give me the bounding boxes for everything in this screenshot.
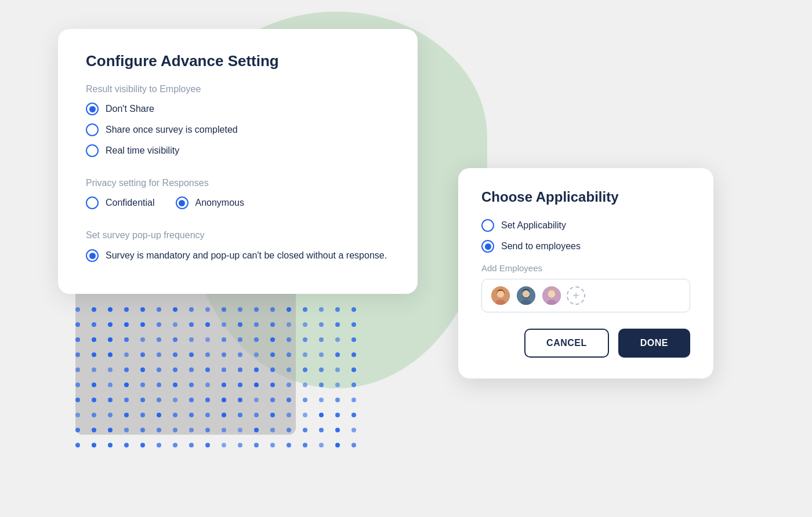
radio-real-time[interactable]: Real time visibility xyxy=(86,144,390,157)
radio-label-set-applicability: Set Applicability xyxy=(501,220,566,231)
svg-point-1 xyxy=(497,290,504,297)
applicability-radio-group: Set Applicability Send to employees xyxy=(481,219,690,253)
radio-mandatory[interactable]: Survey is mandatory and pop-up can't be … xyxy=(86,249,390,263)
radio-circle-mandatory xyxy=(86,249,99,262)
configure-card-title: Configure Advance Setting xyxy=(86,52,390,70)
radio-share-once[interactable]: Share once survey is completed xyxy=(86,123,390,136)
avatar-employee-3 xyxy=(541,285,562,306)
result-visibility-radio-group: Don't Share Share once survey is complet… xyxy=(86,103,390,157)
plus-icon: + xyxy=(572,289,579,303)
add-employee-button[interactable]: + xyxy=(567,286,585,305)
scene: Configure Advance Setting Result visibil… xyxy=(0,0,812,517)
radio-label-mandatory: Survey is mandatory and pop-up can't be … xyxy=(106,249,387,263)
result-visibility-label: Result visibility to Employee xyxy=(86,84,390,94)
avatar-employee-1 xyxy=(490,285,511,306)
radio-circle-dont-share xyxy=(86,103,99,115)
radio-send-employees[interactable]: Send to employees xyxy=(481,240,690,253)
dot-grid xyxy=(70,301,383,452)
radio-label-dont-share: Don't Share xyxy=(106,104,154,114)
configure-advance-setting-card: Configure Advance Setting Result visibil… xyxy=(58,29,418,294)
radio-circle-anonymous xyxy=(176,196,188,209)
radio-confidential[interactable]: Confidential xyxy=(86,196,155,209)
radio-label-real-time: Real time visibility xyxy=(106,145,179,156)
radio-label-anonymous: Anonymous xyxy=(195,198,245,208)
radio-label-send-employees: Send to employees xyxy=(501,241,581,252)
radio-label-confidential: Confidential xyxy=(106,198,155,208)
done-button[interactable]: DONE xyxy=(618,329,690,358)
avatar-employee-2 xyxy=(516,285,536,306)
radio-label-share-once: Share once survey is completed xyxy=(106,125,238,135)
radio-circle-real-time xyxy=(86,144,99,157)
applicability-card-title: Choose Applicability xyxy=(481,189,690,205)
privacy-radio-group: Confidential Anonymous xyxy=(86,196,390,209)
privacy-label: Privacy setting for Responses xyxy=(86,178,390,188)
cancel-button[interactable]: CANCEL xyxy=(524,329,609,358)
svg-point-5 xyxy=(548,290,555,297)
radio-circle-confidential xyxy=(86,196,99,209)
radio-circle-share-once xyxy=(86,123,99,136)
radio-anonymous[interactable]: Anonymous xyxy=(176,196,245,209)
choose-applicability-card: Choose Applicability Set Applicability S… xyxy=(458,168,713,378)
card-actions: CANCEL DONE xyxy=(481,329,690,358)
popup-radio-group: Survey is mandatory and pop-up can't be … xyxy=(86,249,390,263)
radio-dont-share[interactable]: Don't Share xyxy=(86,103,390,115)
popup-frequency-label: Set survey pop-up frequency xyxy=(86,230,390,241)
radio-circle-send-employees xyxy=(481,240,494,253)
radio-set-applicability[interactable]: Set Applicability xyxy=(481,219,690,232)
employees-input-box[interactable]: + xyxy=(481,279,690,312)
radio-circle-set-applicability xyxy=(481,219,494,232)
add-employees-label: Add Employees xyxy=(481,263,690,273)
